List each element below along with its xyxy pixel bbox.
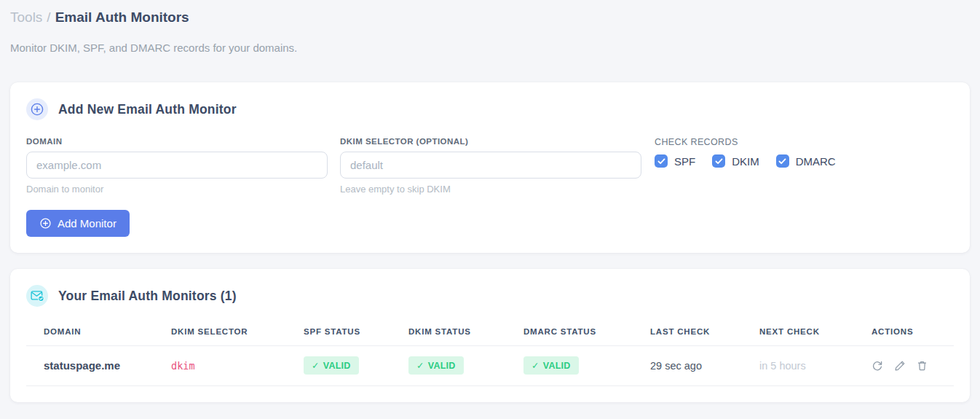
spf-status-text: VALID	[323, 361, 351, 371]
page: Tools/Email Auth Monitors Monitor DKIM, …	[0, 0, 980, 402]
spf-checkbox-checked-icon[interactable]	[655, 154, 668, 168]
dmarc-checkbox-checked-icon[interactable]	[776, 154, 789, 168]
add-monitor-card-title: Add New Email Auth Monitor	[58, 102, 237, 117]
add-monitor-form: DOMAIN Domain to monitor DKIM SELECTOR (…	[26, 137, 954, 195]
monitors-table: DOMAIN DKIM SELECTOR SPF STATUS DKIM STA…	[26, 318, 954, 386]
check-records-group: CHECK RECORDS SPF DKIM	[654, 137, 836, 168]
monitors-card-header: Your Email Auth Monitors (1)	[26, 285, 954, 307]
dkim-selector-label: DKIM SELECTOR (OPTIONAL)	[340, 137, 641, 146]
dmarc-status-text: VALID	[543, 361, 571, 371]
check-records-options: SPF DKIM DMARC	[655, 154, 836, 168]
monitors-card-title: Your Email Auth Monitors (1)	[58, 289, 237, 304]
add-monitor-card-header: Add New Email Auth Monitor	[26, 98, 954, 120]
breadcrumb-separator: /	[47, 9, 50, 25]
dmarc-checkbox-item[interactable]: DMARC	[776, 154, 836, 168]
dkim-selector-helper-text: Leave empty to skip DKIM	[340, 184, 641, 195]
check-icon: ✓	[312, 360, 320, 371]
spf-checkbox-label: SPF	[674, 155, 695, 168]
monitor-dkim-selector: dkim	[154, 346, 286, 386]
domain-input[interactable]	[26, 152, 328, 179]
dkim-checkbox-item[interactable]: DKIM	[712, 154, 759, 168]
column-header-dkim-selector: DKIM SELECTOR	[154, 318, 286, 346]
refresh-icon[interactable]	[872, 360, 883, 372]
monitors-card: Your Email Auth Monitors (1) DOMAIN DKIM…	[10, 269, 970, 402]
table-row: statuspage.me dkim ✓VALID ✓VALID ✓VALID …	[26, 346, 954, 386]
dkim-checkbox-label: DKIM	[732, 155, 759, 168]
domain-label: DOMAIN	[26, 137, 328, 146]
domain-helper-text: Domain to monitor	[26, 184, 328, 195]
column-header-last-check: LAST CHECK	[633, 318, 742, 346]
page-title: Email Auth Monitors	[55, 9, 189, 25]
column-header-actions: ACTIONS	[854, 318, 954, 346]
table-header-row: DOMAIN DKIM SELECTOR SPF STATUS DKIM STA…	[26, 318, 954, 346]
column-header-dkim-status: DKIM STATUS	[391, 318, 506, 346]
monitor-last-check: 29 sec ago	[633, 346, 742, 386]
add-monitor-button[interactable]: Add Monitor	[26, 210, 130, 237]
dmarc-checkbox-label: DMARC	[796, 155, 836, 168]
column-header-next-check: NEXT CHECK	[742, 318, 854, 346]
page-header: Tools/Email Auth Monitors Monitor DKIM, …	[10, 7, 970, 54]
column-header-domain: DOMAIN	[26, 318, 154, 346]
dkim-selector-input[interactable]	[340, 152, 641, 179]
add-monitor-button-label: Add Monitor	[58, 217, 116, 230]
dmarc-status-badge: ✓VALID	[523, 356, 579, 375]
monitor-next-check: in 5 hours	[742, 346, 854, 386]
check-icon: ✓	[416, 360, 424, 371]
plus-circle-icon	[26, 98, 48, 120]
page-subtitle: Monitor DKIM, SPF, and DMARC records for…	[10, 42, 970, 54]
column-header-spf-status: SPF STATUS	[286, 318, 391, 346]
plus-circle-icon	[39, 217, 52, 230]
check-records-label: CHECK RECORDS	[655, 137, 836, 147]
dkim-status-text: VALID	[428, 361, 456, 371]
edit-pencil-icon[interactable]	[894, 360, 906, 372]
check-icon: ✓	[532, 360, 540, 371]
domain-field: DOMAIN Domain to monitor	[26, 137, 328, 195]
email-check-icon	[26, 285, 48, 307]
spf-checkbox-item[interactable]: SPF	[655, 154, 695, 168]
spf-status-badge: ✓VALID	[304, 356, 359, 375]
column-header-dmarc-status: DMARC STATUS	[506, 318, 633, 346]
add-monitor-card: Add New Email Auth Monitor DOMAIN Domain…	[10, 82, 970, 253]
monitor-domain: statuspage.me	[26, 346, 154, 386]
dkim-checkbox-checked-icon[interactable]	[712, 154, 725, 168]
delete-trash-icon[interactable]	[917, 360, 928, 372]
row-actions	[872, 360, 954, 372]
breadcrumb: Tools/Email Auth Monitors	[10, 7, 970, 28]
dkim-selector-field: DKIM SELECTOR (OPTIONAL) Leave empty to …	[340, 137, 641, 195]
dkim-status-badge: ✓VALID	[408, 356, 464, 375]
breadcrumb-tools[interactable]: Tools	[10, 9, 42, 25]
